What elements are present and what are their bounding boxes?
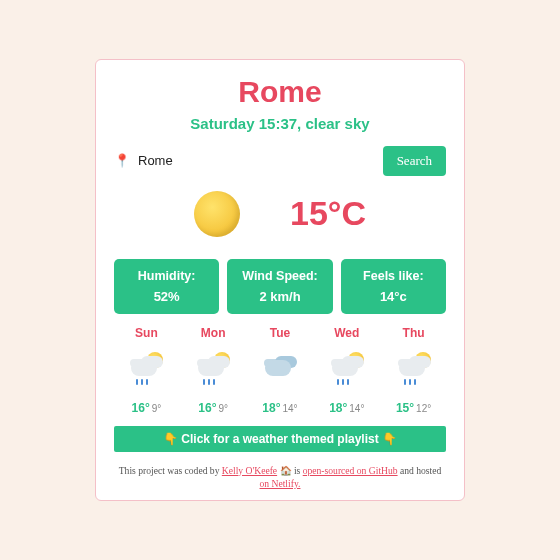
sun-rain-icon (181, 350, 246, 388)
forecast-day: Wed 18°14° (314, 326, 379, 416)
sun-rain-icon (114, 350, 179, 388)
temp-high: 15° (396, 401, 414, 415)
forecast-day: Sun 16°9° (114, 326, 179, 416)
temp-low: 9° (218, 403, 228, 414)
day-name: Wed (314, 326, 379, 340)
stat-value: 14°c (345, 289, 442, 304)
weather-card: Rome Saturday 15:37, clear sky 📍 Search … (95, 59, 465, 502)
footer-credit: This project was coded by Kelly O'Keefe … (114, 464, 446, 491)
datetime-description: Saturday 15:37, clear sky (114, 115, 446, 132)
stat-wind: Wind Speed: 2 km/h (227, 259, 332, 314)
temp-high: 16° (198, 401, 216, 415)
day-name: Sun (114, 326, 179, 340)
search-input[interactable] (136, 149, 377, 172)
sun-icon (194, 191, 240, 237)
stat-label: Humidity: (118, 269, 215, 283)
stat-humidity: Humidity: 52% (114, 259, 219, 314)
temp-low: 14° (349, 403, 364, 414)
point-down-icon: 👇 (382, 432, 397, 446)
forecast-day: Mon 16°9° (181, 326, 246, 416)
forecast-row: Sun 16°9° Mon 16°9° Tue 18°14° Wed 18°14… (114, 326, 446, 416)
stat-label: Wind Speed: (231, 269, 328, 283)
day-name: Thu (381, 326, 446, 340)
search-row: 📍 Search (114, 146, 446, 176)
pin-icon: 📍 (114, 153, 130, 169)
temp-high: 18° (329, 401, 347, 415)
current-weather: 15°C (114, 191, 446, 237)
forecast-day: Thu 15°12° (381, 326, 446, 416)
temp-low: 14° (283, 403, 298, 414)
netlify-link[interactable]: on Netlify. (260, 478, 301, 489)
stat-feels-like: Feels like: 14°c (341, 259, 446, 314)
playlist-label: Click for a weather themed playlist (181, 432, 378, 446)
playlist-button[interactable]: 👇 Click for a weather themed playlist 👇 (114, 426, 446, 452)
github-link[interactable]: open-sourced on GitHub (303, 465, 398, 476)
temp-low: 9° (152, 403, 162, 414)
stat-value: 2 km/h (231, 289, 328, 304)
temp-low: 12° (416, 403, 431, 414)
temp-high: 16° (132, 401, 150, 415)
stats-row: Humidity: 52% Wind Speed: 2 km/h Feels l… (114, 259, 446, 314)
day-name: Tue (248, 326, 313, 340)
point-down-icon: 👇 (163, 432, 178, 446)
cloudy-icon (248, 350, 313, 388)
city-title: Rome (114, 75, 446, 109)
stat-value: 52% (118, 289, 215, 304)
forecast-day: Tue 18°14° (248, 326, 313, 416)
temp-high: 18° (262, 401, 280, 415)
current-temp: 15°C (290, 194, 366, 233)
stat-label: Feels like: (345, 269, 442, 283)
search-button[interactable]: Search (383, 146, 446, 176)
sun-rain-icon (381, 350, 446, 388)
day-name: Mon (181, 326, 246, 340)
author-link[interactable]: Kelly O'Keefe (222, 465, 277, 476)
sun-rain-icon (314, 350, 379, 388)
